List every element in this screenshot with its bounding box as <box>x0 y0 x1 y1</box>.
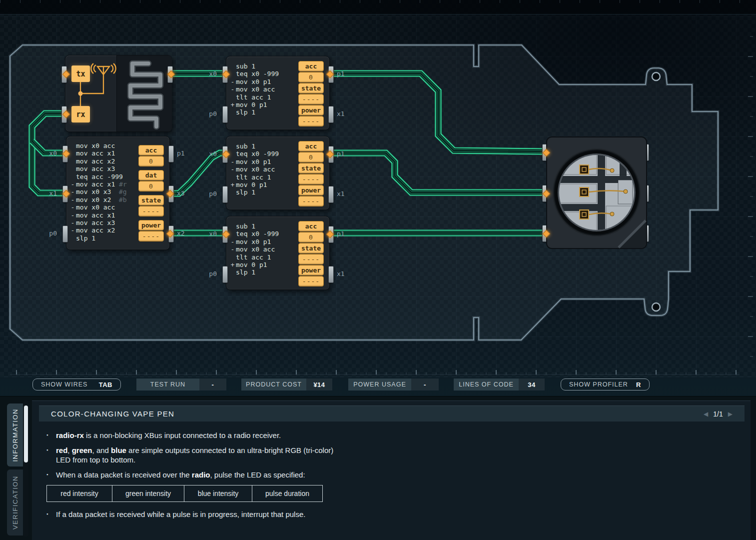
code-line[interactable]: tlt acc 1 <box>229 174 279 181</box>
next-page-icon[interactable]: ▶ <box>728 410 733 418</box>
pin-label: x1 <box>337 110 345 118</box>
pin-connector <box>222 266 228 283</box>
register-dat: dat0 <box>138 170 164 192</box>
code-line[interactable]: +mov 0 p1 <box>229 261 279 268</box>
register-value: ---- <box>298 174 324 184</box>
circuit-canvas[interactable]: mov x0 accmov acc x1mov acc x2mov acc x3… <box>0 0 756 378</box>
register-value: 0 <box>138 181 164 192</box>
radio-transceiver[interactable]: txrx <box>65 55 172 132</box>
toolbar-button-show-wires[interactable]: SHOW WIRESTAB <box>32 378 121 390</box>
pulse-spec-table: red intensitygreen intensityblue intensi… <box>46 485 323 502</box>
radio-rx-port[interactable]: rx <box>71 106 90 122</box>
code-line[interactable]: slp 1 <box>229 268 279 276</box>
code-line[interactable]: mov x0 acc <box>69 142 127 150</box>
register-name: state <box>298 243 324 254</box>
register-acc: acc0 <box>298 141 324 162</box>
code-line[interactable]: tlt acc 1 <box>229 254 279 261</box>
register-value: ---- <box>298 276 324 286</box>
code-line[interactable]: teq x0 -999 <box>229 150 279 158</box>
tab-information[interactable]: INFORMATION <box>7 404 23 466</box>
register-value: 0 <box>298 232 324 242</box>
code-line[interactable]: -mov x0 p1 <box>229 238 279 246</box>
toolbar-button-show-profiler[interactable]: SHOW PROFILERR <box>561 378 650 390</box>
pin-label: p1 <box>337 70 345 78</box>
pin-label: p0 <box>182 110 217 118</box>
code-line[interactable]: -mov acc x2 <box>69 226 127 234</box>
pin-label: x0 <box>182 230 217 238</box>
prev-page-icon[interactable]: ◀ <box>704 410 708 418</box>
code-editor[interactable]: sub 1teq x0 -999-mov x0 p1-mov x0 acctlt… <box>229 62 279 116</box>
register-name: state <box>138 195 164 206</box>
code-line[interactable]: +mov 0 p1 <box>229 101 279 108</box>
table-header-cell: green intensity <box>112 486 184 502</box>
table-header-cell: red intensity <box>47 486 112 502</box>
code-editor[interactable]: sub 1teq x0 -999-mov x0 p1-mov x0 acctlt… <box>229 222 279 276</box>
register-power: power---- <box>138 220 164 242</box>
code-line[interactable]: teq x0 -999 <box>229 230 279 238</box>
register-name: power <box>298 265 324 276</box>
bullet-icon: ▪ <box>46 430 56 440</box>
code-line[interactable]: slp 1 <box>229 188 279 196</box>
register-name: power <box>298 185 324 196</box>
code-line[interactable]: slp 1 <box>229 108 279 116</box>
register-acc: acc0 <box>138 145 164 166</box>
code-line[interactable]: -mov x0 p1 <box>229 78 279 86</box>
register-power: power---- <box>298 105 324 126</box>
code-line[interactable]: -mov x0 acc <box>229 246 279 253</box>
bullet-item: ▪red, green, and blue are simple outputs… <box>46 446 356 464</box>
scrollbar-thumb[interactable] <box>24 406 28 462</box>
pin-label: p0 <box>182 190 217 198</box>
panel-scrollbar[interactable] <box>23 400 28 536</box>
register-acc: acc0 <box>298 61 324 82</box>
code-line[interactable]: +mov 0 p1 <box>229 181 279 188</box>
microcontroller-mc4000-1[interactable]: sub 1teq x0 -999-mov x0 p1-mov x0 acctlt… <box>226 56 330 130</box>
register-value: ---- <box>298 196 324 206</box>
bullet-text: When a data packet is received over the … <box>56 470 305 480</box>
register-name: dat <box>138 170 164 180</box>
pin-label: x1 <box>337 270 345 278</box>
microcontroller-mc4000-3[interactable]: sub 1teq x0 -999-mov x0 p1-mov x0 acctlt… <box>226 216 330 290</box>
bullet-text: red, green, and blue are simple outputs … <box>56 446 333 464</box>
pin-connector <box>328 266 334 283</box>
bullet-icon: ▪ <box>46 446 56 464</box>
register-value: ---- <box>138 231 164 242</box>
code-line[interactable]: teq x0 -999 <box>229 70 279 78</box>
code-editor[interactable]: mov x0 accmov acc x1mov acc x2mov acc x3… <box>69 142 127 242</box>
code-line[interactable]: tlt acc 1 <box>229 94 279 101</box>
shenzhen-io-screen: mov x0 accmov acc x1mov acc x2mov acc x3… <box>0 0 756 540</box>
toolbar-value: - <box>199 378 226 390</box>
code-line[interactable]: -mov x0 acc <box>229 166 279 173</box>
status-toolbar: SHOW WIRESTABTEST RUN-PRODUCT COST¥14POW… <box>0 378 756 390</box>
code-line[interactable]: mov acc x2 <box>69 158 127 165</box>
code-line[interactable]: -mov acc x3 <box>69 219 127 226</box>
code-line[interactable]: -mov x0 p1 <box>229 158 279 166</box>
code-line[interactable]: teq acc -999 <box>69 173 127 180</box>
code-line[interactable]: -mov acc x1 <box>69 212 127 219</box>
code-line[interactable]: sub 1 <box>229 142 279 150</box>
code-line[interactable]: -mov acc x1 #r <box>69 180 127 188</box>
rgb-led-component[interactable] <box>546 136 647 249</box>
table-header-cell: pulse duration <box>252 486 323 502</box>
microcontroller-mc6000[interactable]: mov x0 accmov acc x1mov acc x2mov acc x3… <box>66 136 170 250</box>
code-line[interactable]: mov acc x3 <box>69 165 127 172</box>
bullet-text: If a data packet is received while a pul… <box>56 510 305 519</box>
code-line[interactable]: -mov x0 acc <box>229 86 279 93</box>
code-line[interactable]: -mov x0 x3 #g <box>69 188 127 196</box>
tab-verification[interactable]: VERIFICATION <box>7 470 23 536</box>
microcontroller-mc4000-2[interactable]: sub 1teq x0 -999-mov x0 p1-mov x0 acctlt… <box>226 136 330 210</box>
radio-tx-port[interactable]: tx <box>71 66 90 82</box>
pin-label: p1 <box>337 150 345 158</box>
code-line[interactable]: mov acc x1 <box>69 150 127 157</box>
toolbar-value: 34 <box>519 378 545 390</box>
code-editor[interactable]: sub 1teq x0 -999-mov x0 p1-mov x0 acctlt… <box>229 142 279 196</box>
bullet-text: radio-rx is a non-blocking XBus input co… <box>56 430 281 440</box>
code-line[interactable]: slp 1 <box>69 234 127 242</box>
code-line[interactable]: -mov x0 x2 #b <box>69 196 127 204</box>
code-line[interactable]: -mov x0 acc <box>69 204 127 211</box>
register-value: ---- <box>298 94 324 104</box>
code-line[interactable]: sub 1 <box>229 222 279 230</box>
bullet-icon: ▪ <box>46 470 56 480</box>
toolbar-test-run[interactable]: TEST RUN <box>136 378 199 390</box>
table-header-cell: blue intensity <box>184 486 252 502</box>
code-line[interactable]: sub 1 <box>229 62 279 70</box>
